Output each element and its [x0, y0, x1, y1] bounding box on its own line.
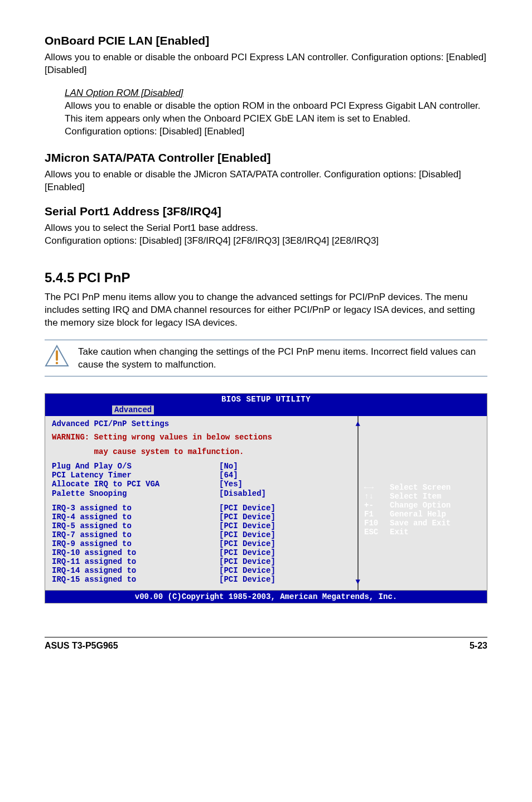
bios-warning-1: WARNING: Setting wrong values in below s… — [52, 433, 351, 442]
bios-hint: F10Save and Exit — [364, 519, 481, 528]
bios-warning-2: may cause system to malfunction. — [52, 447, 351, 456]
bios-right-panel: ←→Select Screen ↑↓Select Item +-Change O… — [359, 416, 487, 590]
scroll-up-icon[interactable]: ▲ — [356, 419, 360, 428]
bios-footer: v00.00 (C)Copyright 1985-2003, American … — [45, 591, 487, 603]
body-pcie-lan: Allows you to enable or disable the onbo… — [45, 51, 487, 77]
caution-notice: Take caution when changing the settings … — [45, 340, 487, 376]
footer-left: ASUS T3-P5G965 — [45, 641, 118, 651]
sub-heading-lan-rom: LAN Option ROM [Disabled] — [65, 87, 487, 100]
bios-irq-row[interactable]: IRQ-4 assigned to[PCI Device] — [52, 513, 351, 521]
heading-jmicron: JMicron SATA/PATA Controller [Enabled] — [45, 151, 487, 165]
svg-point-2 — [56, 362, 58, 364]
bios-setting-row[interactable]: Plug And Play O/S[No] — [52, 462, 351, 471]
page-footer: ASUS T3-P5G965 5-23 — [45, 637, 487, 651]
bios-screenshot: BIOS SETUP UTILITY Advanced ▲ Advanced P… — [45, 393, 487, 603]
bios-irq-row[interactable]: IRQ-11 assigned to[PCI Device] — [52, 557, 351, 566]
bios-hint: ←→Select Screen — [364, 483, 481, 492]
bios-irq-row[interactable]: IRQ-15 assigned to[PCI Device] — [52, 575, 351, 584]
bios-setting-row[interactable]: Allocate IRQ to PCI VGA[Yes] — [52, 480, 351, 489]
bios-hint: +-Change Option — [364, 501, 481, 510]
bios-tab-advanced[interactable]: Advanced — [112, 405, 154, 414]
bios-title: BIOS SETUP UTILITY — [45, 394, 487, 405]
bios-irq-row[interactable]: IRQ-9 assigned to[PCI Device] — [52, 539, 351, 548]
sub-block-lan-rom: LAN Option ROM [Disabled] Allows you to … — [65, 87, 487, 138]
bios-irq-row[interactable]: IRQ-5 assigned to[PCI Device] — [52, 521, 351, 530]
heading-pcipnp: 5.4.5 PCI PnP — [45, 270, 487, 286]
bios-hint: ESCExit — [364, 528, 481, 537]
bios-hint: ↑↓Select Item — [364, 492, 481, 501]
caution-icon — [45, 345, 78, 367]
bios-irq-row[interactable]: IRQ-7 assigned to[PCI Device] — [52, 530, 351, 539]
body-pcipnp: The PCI PnP menu items allow you to chan… — [45, 291, 487, 330]
bios-irq-row[interactable]: IRQ-3 assigned to[PCI Device] — [52, 504, 351, 513]
bios-irq-row[interactable]: IRQ-10 assigned to[PCI Device] — [52, 548, 351, 557]
bios-setting-row[interactable]: Palette Snooping[Disabled] — [52, 489, 351, 498]
body-serial: Allows you to select the Serial Port1 ba… — [45, 222, 487, 248]
scroll-down-icon[interactable]: ▼ — [356, 577, 360, 586]
bios-panel-heading: Advanced PCI/PnP Settings — [52, 419, 351, 428]
caution-text: Take caution when changing the settings … — [78, 345, 487, 371]
heading-serial: Serial Port1 Address [3F8/IRQ4] — [45, 204, 487, 219]
bios-tabs: Advanced — [45, 405, 487, 416]
sub-body-lan-rom: Allows you to enable or disable the opti… — [65, 100, 487, 138]
body-jmicron: Allows you to enable or disable the JMic… — [45, 168, 487, 194]
bios-setting-row[interactable]: PCI Latency Timer[64] — [52, 471, 351, 480]
bios-hint: F1General Help — [364, 510, 481, 519]
bios-left-panel: ▲ Advanced PCI/PnP Settings WARNING: Set… — [45, 416, 359, 590]
heading-pcie-lan: OnBoard PCIE LAN [Enabled] — [45, 33, 487, 48]
bios-irq-row[interactable]: IRQ-14 assigned to[PCI Device] — [52, 566, 351, 575]
footer-right: 5-23 — [470, 641, 487, 651]
